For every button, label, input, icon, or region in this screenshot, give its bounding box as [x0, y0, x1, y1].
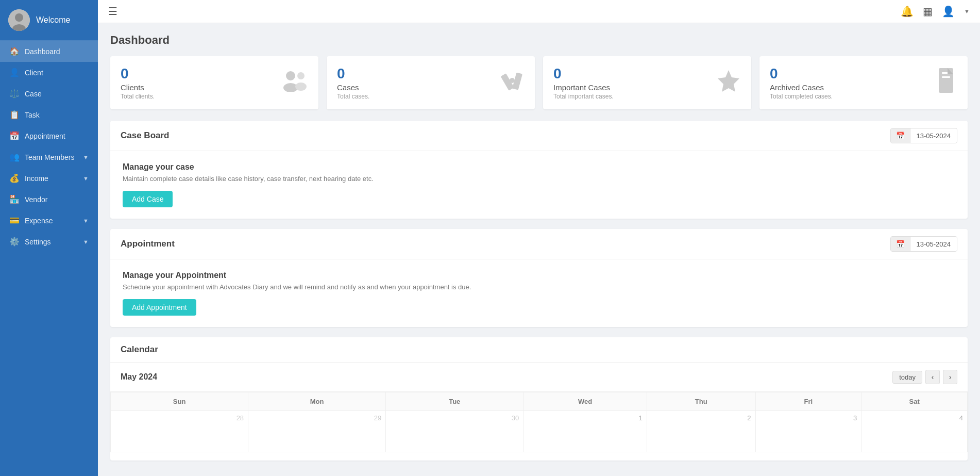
menu-icon[interactable]: ☰ [108, 5, 117, 18]
task-label: Task [25, 111, 89, 119]
sidebar-item-team-members[interactable]: 👥 Team Members ▼ [0, 146, 98, 168]
stat-number-cases: 0 [337, 65, 369, 82]
calendar-days-row: SunMonTueWedThuFriSat [111, 392, 968, 411]
stat-number-clients: 0 [121, 65, 155, 82]
team-members-icon: 👥 [9, 152, 20, 162]
sidebar: Welcome 🏠 Dashboard 👤 Client ⚖️ Case 📋 T… [0, 0, 98, 476]
sidebar-item-income[interactable]: 💰 Income ▼ [0, 168, 98, 189]
calendar-cell: 4 [861, 411, 968, 452]
manage-appointment-title: Manage your Appointment [123, 271, 955, 280]
notification-icon[interactable]: 🔔 [901, 5, 914, 18]
calendar-section: Calendar May 2024 today ‹ › SunMonTueWed… [110, 337, 968, 461]
case-board-date-value: 13-05-2024 [910, 129, 957, 143]
calendar-month-label: May 2024 [121, 372, 157, 382]
calendar-day-num: 4 [866, 414, 963, 422]
appointment-date-value: 13-05-2024 [910, 237, 957, 251]
settings-icon: ⚙️ [9, 237, 20, 247]
manage-case-desc: Maintain complete case details like case… [123, 175, 955, 183]
manage-case-title: Manage your case [123, 162, 955, 172]
settings-chevron: ▼ [83, 239, 89, 245]
stat-icon-archived-cases [935, 67, 957, 99]
appointment-body: Manage your Appointment Schedule your ap… [110, 259, 968, 327]
calendar-cell: 30 [386, 411, 523, 452]
case-board-date-input[interactable]: 📅 13-05-2024 [890, 128, 958, 143]
sidebar-item-appointment[interactable]: 📅 Appointment [0, 125, 98, 146]
calendar-cell: 28 [111, 411, 248, 452]
case-board-header: Case Board 📅 13-05-2024 [110, 121, 968, 151]
svg-rect-11 [939, 68, 953, 93]
topbar: ☰ 🔔 ▦ 👤 ▼ [98, 0, 980, 23]
calendar-day-wed: Wed [523, 392, 647, 411]
stat-card-cases: 0 Cases Total cases. [327, 56, 535, 109]
stat-left-cases: 0 Cases Total cases. [337, 65, 369, 100]
settings-label: Settings [25, 238, 78, 246]
stat-icon-important-cases [716, 69, 741, 97]
calendar-day-num: 30 [390, 414, 519, 422]
sidebar-item-client[interactable]: 👤 Client [0, 62, 98, 83]
sidebar-item-dashboard[interactable]: 🏠 Dashboard [0, 41, 98, 62]
dashboard-area: Dashboard 0 Clients Total clients. 0 Cas… [98, 23, 980, 476]
sidebar-item-settings[interactable]: ⚙️ Settings ▼ [0, 231, 98, 252]
case-label: Case [25, 90, 89, 98]
sidebar-item-case[interactable]: ⚖️ Case [0, 83, 98, 104]
calendar-cell: 3 [755, 411, 861, 452]
stat-sublabel-clients: Total clients. [121, 93, 155, 100]
client-label: Client [25, 69, 89, 77]
user-dropdown-arrow[interactable]: ▼ [964, 8, 970, 14]
sidebar-item-task[interactable]: 📋 Task [0, 104, 98, 125]
calendar-cell: 2 [647, 411, 755, 452]
team-members-label: Team Members [25, 153, 78, 161]
sidebar-item-vendor[interactable]: 🏪 Vendor [0, 189, 98, 210]
calendar-section-header: Calendar [110, 337, 968, 363]
appointment-date-input[interactable]: 📅 13-05-2024 [890, 236, 958, 252]
add-case-button[interactable]: Add Case [123, 191, 173, 207]
calendar-section-title: Calendar [121, 344, 158, 355]
stat-left-important-cases: 0 Important Cases Total important cases. [553, 65, 614, 100]
stat-label-cases: Cases [337, 83, 369, 92]
stat-sublabel-cases: Total cases. [337, 93, 369, 100]
calendar-day-thu: Thu [647, 392, 755, 411]
stat-card-clients: 0 Clients Total clients. [110, 56, 318, 109]
stat-number-important-cases: 0 [553, 65, 614, 82]
grid-icon[interactable]: ▦ [923, 5, 933, 18]
appointment-section: Appointment 📅 13-05-2024 Manage your App… [110, 229, 968, 327]
sidebar-nav: 🏠 Dashboard 👤 Client ⚖️ Case 📋 Task 📅 Ap… [0, 41, 98, 252]
calendar-day-num: 2 [651, 414, 751, 422]
calendar-grid-wrap: SunMonTueWedThuFriSat 2829301234 [110, 392, 968, 461]
svg-point-5 [297, 72, 305, 79]
svg-point-6 [295, 83, 307, 91]
calendar-tbody: 2829301234 [111, 411, 968, 452]
svg-marker-10 [718, 70, 739, 92]
appointment-calendar-icon: 📅 [891, 237, 910, 251]
calendar-nav: today ‹ › [892, 370, 957, 384]
page-title: Dashboard [110, 34, 968, 47]
stat-number-archived-cases: 0 [770, 65, 833, 82]
stat-label-clients: Clients [121, 83, 155, 92]
stats-row: 0 Clients Total clients. 0 Cases Total c… [110, 56, 968, 109]
stat-card-important-cases: 0 Important Cases Total important cases. [543, 56, 751, 109]
calendar-next-button[interactable]: › [943, 370, 957, 384]
add-appointment-button[interactable]: Add Appointment [123, 299, 196, 316]
sidebar-item-expense[interactable]: 💳 Expense ▼ [0, 210, 98, 231]
svg-point-1 [15, 13, 23, 22]
task-icon: 📋 [9, 110, 20, 120]
vendor-label: Vendor [25, 195, 89, 204]
avatar [8, 9, 30, 31]
stat-icon-clients [281, 69, 308, 97]
calendar-cell: 1 [523, 411, 647, 452]
user-menu-icon[interactable]: 👤 [942, 5, 955, 18]
calendar-day-num: 3 [760, 414, 857, 422]
dashboard-label: Dashboard [25, 47, 89, 56]
case-board-body: Manage your case Maintain complete case … [110, 151, 968, 219]
calendar-day-mon: Mon [248, 392, 386, 411]
calendar-row-1: 2829301234 [111, 411, 968, 452]
svg-rect-13 [942, 76, 950, 78]
calendar-today-button[interactable]: today [892, 371, 922, 384]
stat-left-clients: 0 Clients Total clients. [121, 65, 155, 100]
svg-point-3 [286, 71, 295, 80]
calendar-prev-button[interactable]: ‹ [925, 370, 940, 384]
stat-sublabel-archived-cases: Total completed cases. [770, 93, 833, 100]
stat-label-archived-cases: Archived Cases [770, 83, 833, 92]
sidebar-welcome-label: Welcome [36, 15, 70, 25]
stat-label-important-cases: Important Cases [553, 83, 614, 92]
